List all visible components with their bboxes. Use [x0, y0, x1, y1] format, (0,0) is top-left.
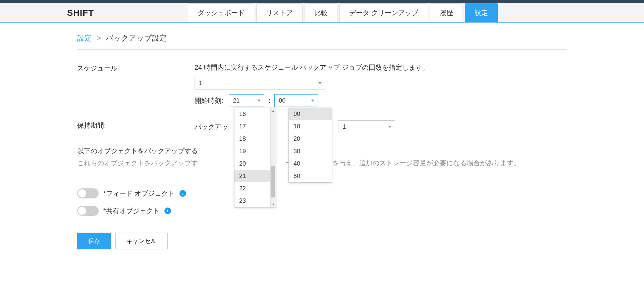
- info-icon[interactable]: i: [164, 207, 171, 214]
- header-bar: SHIFT ダッシュボード リストア 比較 データ クリーンアップ 履歴 設定: [0, 3, 644, 23]
- scroll-thumb[interactable]: [271, 166, 275, 197]
- scroll-up-icon[interactable]: ▲: [271, 108, 276, 113]
- hour-option[interactable]: 17: [234, 120, 270, 133]
- tab-settings[interactable]: 設定: [465, 3, 498, 22]
- tab-restore[interactable]: リストア: [256, 3, 303, 22]
- hour-option[interactable]: 23: [234, 195, 270, 207]
- info-icon[interactable]: i: [179, 190, 186, 197]
- chevron-down-icon: [311, 100, 314, 102]
- retention-text-prefix: バックアッ: [195, 122, 228, 131]
- breadcrumb-current: バックアップ設定: [106, 34, 167, 42]
- retention-label: 保持期間:: [77, 120, 195, 130]
- window-top-bar: [0, 0, 644, 3]
- time-colon: :: [268, 97, 271, 105]
- minute-option[interactable]: 40: [289, 158, 332, 170]
- hour-option[interactable]: 18: [234, 133, 270, 145]
- breadcrumb-link-settings[interactable]: 設定: [77, 34, 92, 42]
- retention-select[interactable]: 1: [338, 120, 395, 133]
- toggle-shared-objects[interactable]: [77, 206, 99, 216]
- toggle-shared-objects-row: *共有オブジェクト i: [77, 206, 567, 216]
- chevron-down-icon: [318, 82, 322, 84]
- cancel-button[interactable]: キャンセル: [115, 233, 168, 249]
- schedule-section: スケジュール: 24 時間内に実行するスケジュール バックアップ ジョブの回数を…: [77, 63, 567, 107]
- start-time-label: 開始時刻:: [195, 96, 223, 105]
- brand-logo: SHIFT: [67, 8, 94, 18]
- minute-option[interactable]: 30: [289, 145, 332, 158]
- minute-option[interactable]: 10: [289, 120, 332, 133]
- retention-value: 1: [342, 123, 346, 130]
- minute-option[interactable]: 00: [289, 108, 332, 120]
- minute-dropdown: 00 10 20 30 40 50: [288, 108, 332, 183]
- schedule-count-value: 1: [199, 80, 202, 87]
- schedule-label: スケジュール:: [77, 63, 195, 73]
- scroll-down-icon[interactable]: ▼: [271, 202, 276, 207]
- breadcrumb: 設定 > バックアップ設定: [77, 33, 567, 50]
- toggle-shared-label: *共有オブジェクト: [103, 206, 160, 216]
- hour-option[interactable]: 16: [234, 108, 270, 120]
- main-tabs: ダッシュボード リストア 比較 データ クリーンアップ 履歴 設定: [188, 3, 498, 22]
- hour-scrollbar[interactable]: ▲ ▼: [270, 108, 276, 207]
- action-buttons: 保存 キャンセル: [77, 233, 567, 249]
- toggle-feed-objects[interactable]: [77, 188, 99, 198]
- minute-select[interactable]: 00: [274, 94, 318, 107]
- breadcrumb-separator: >: [97, 34, 101, 42]
- tab-compare[interactable]: 比較: [305, 3, 337, 22]
- page-content: 設定 > バックアップ設定 スケジュール: 24 時間内に実行するスケジュール …: [0, 23, 644, 263]
- toggle-feed-label: *フィード オブジェクト: [103, 189, 175, 198]
- chevron-down-icon: [257, 100, 261, 102]
- toggle-feed-objects-row: *フィード オブジェクト i: [77, 188, 567, 198]
- tab-cleanup[interactable]: データ クリーンアップ: [339, 3, 428, 22]
- tab-dashboard[interactable]: ダッシュボード: [188, 3, 254, 22]
- chevron-down-icon: [388, 126, 391, 128]
- hour-option[interactable]: 21: [234, 170, 270, 182]
- minute-option[interactable]: 20: [289, 133, 332, 145]
- minute-value: 00: [279, 97, 285, 104]
- hour-value: 21: [233, 97, 240, 104]
- schedule-description: 24 時間内に実行するスケジュール バックアップ ジョブの回数を指定します。: [195, 63, 567, 72]
- hour-option[interactable]: 22: [234, 182, 270, 195]
- hour-option[interactable]: 19: [234, 145, 270, 158]
- hour-dropdown: 16 17 18 19 20 21 22 23 ▲: [234, 108, 276, 207]
- schedule-count-select[interactable]: 1: [195, 77, 325, 89]
- minute-option[interactable]: 50: [289, 170, 332, 182]
- hour-option[interactable]: 20: [234, 158, 270, 170]
- start-time-row: 開始時刻: 21 : 00 16: [195, 94, 567, 107]
- hour-select[interactable]: 21: [229, 94, 264, 107]
- tab-history[interactable]: 履歴: [430, 3, 463, 22]
- save-button[interactable]: 保存: [77, 233, 111, 249]
